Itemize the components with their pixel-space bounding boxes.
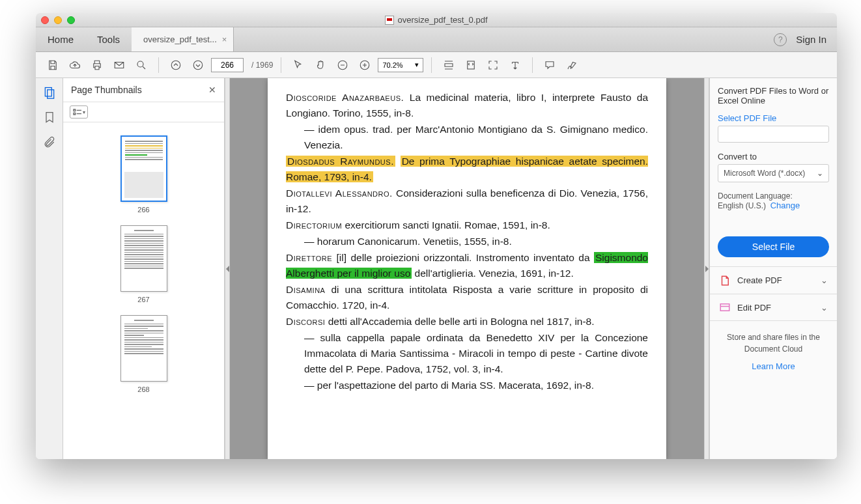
store-share-text: Store and share files in the Document Cl… [718,331,829,355]
thumbnail-label: 266 [120,206,167,214]
collapse-right-icon[interactable] [705,266,709,272]
edit-pdf-label: Edit PDF [737,303,771,313]
fit-page-icon[interactable] [462,56,480,74]
sign-in-button[interactable]: Sign In [796,34,826,45]
tab-close-icon[interactable]: × [222,35,227,44]
change-language-link[interactable]: Change [770,201,800,210]
left-rail [36,78,63,459]
entry-text: — per l'aspettazione del parto di Maria … [286,378,648,393]
tab-bar: Home Tools oversize_pdf_test... × ? Sign… [36,27,837,52]
thumbnail-label: 268 [120,385,167,393]
comment-icon[interactable] [541,56,559,74]
pdf-icon [385,16,394,25]
entry-text: detti all'Accademia delle belle arti in … [325,316,594,327]
save-icon[interactable] [44,56,62,74]
svg-point-1 [171,61,180,70]
cloud-icon[interactable] [66,56,84,74]
close-panel-icon[interactable]: ✕ [208,85,216,95]
entry-text: dell'artiglieria. Venezia, 1691, in-12. [412,268,574,279]
svg-rect-6 [45,88,51,96]
zoom-out-icon[interactable] [333,56,352,74]
convert-format-select[interactable]: Microsoft Word (*.docx)⌄ [718,164,829,182]
svg-point-0 [137,61,143,67]
search-icon[interactable] [132,56,150,74]
chevron-down-icon: ⌄ [821,303,828,313]
convert-heading: Convert PDF Files to Word or Excel Onlin… [718,86,829,105]
create-pdf-icon [719,275,731,287]
page-content: Dioscoride Anazarbaeus. La medicinal mat… [268,78,666,459]
document-view[interactable]: Dioscoride Anazarbaeus. La medicinal mat… [230,78,704,459]
scroll-icon[interactable] [506,56,524,74]
svg-point-2 [193,61,203,70]
entry-heading: Discorsi [286,316,325,327]
left-divider[interactable] [225,78,230,459]
edit-pdf-row[interactable]: Edit PDF ⌄ [710,294,837,321]
convert-format-value: Microsoft Word (*.docx) [724,169,805,178]
convert-to-label: Convert to [718,152,829,161]
help-icon[interactable]: ? [774,33,787,46]
edit-pdf-icon [719,301,731,313]
thumbnails-panel: Page Thumbnails ✕ ▾ 266 267 268 [63,78,225,459]
tools-panel: Convert PDF Files to Word or Excel Onlin… [709,78,837,459]
page-number-input[interactable] [211,58,244,72]
zoom-value: 70.2% [382,61,402,69]
thumbnails-title: Page Thumbnails [71,85,142,95]
select-file-button[interactable]: Select File [718,236,829,257]
entry-heading: Diotallevi Alessandro. [286,188,393,199]
tab-home[interactable]: Home [36,27,85,51]
hand-tool-icon[interactable] [311,56,330,74]
toolbar: / 1969 70.2%▾ [36,52,837,78]
thumbnail-268[interactable]: 268 [120,315,167,393]
entry-text: — horarum Canonicarum. Venetiis, 1555, i… [286,234,648,249]
pdf-file-field[interactable] [718,126,829,143]
select-tool-icon[interactable] [289,56,307,74]
chevron-down-icon: ⌄ [821,275,828,285]
doc-language-value: English (U.S.) [718,201,766,210]
thumbnail-options-button[interactable]: ▾ [70,105,88,119]
window-title: oversize_pdf_test_0.pdf [397,15,487,25]
thumbnail-list[interactable]: 266 267 268 [63,122,224,459]
bookmark-icon[interactable] [43,111,56,124]
entry-text: [il] delle proiezioni orizzontali. Instr… [332,252,594,263]
sign-icon[interactable] [563,56,581,74]
attachment-icon[interactable] [43,135,56,148]
create-pdf-row[interactable]: Create PDF ⌄ [710,266,837,294]
entry-heading: Direttore [286,252,332,263]
chevron-down-icon: ⌄ [817,169,823,178]
page-down-icon[interactable] [189,56,207,74]
tab-document-label: oversize_pdf_test... [143,35,217,44]
create-pdf-label: Create PDF [737,275,782,285]
entry-text: exercitiorum sancti Ignatii. Romae, 1591… [342,219,550,231]
print-icon[interactable] [88,56,106,74]
zoom-select[interactable]: 70.2%▾ [378,58,423,72]
svg-rect-7 [47,90,53,98]
chevron-down-icon: ▾ [415,61,419,69]
entry-heading: Dioscoride Anazarbaeus. [286,92,404,103]
highlight-yellow[interactable]: Diosdadus Raymundus. [286,156,395,167]
svg-rect-8 [720,304,729,311]
entry-heading: Directorium [286,219,342,231]
fullscreen-icon[interactable] [484,56,502,74]
entry-heading: Disamina [286,284,325,295]
fit-width-icon[interactable] [440,56,458,74]
page-total: / 1969 [251,61,273,70]
thumbnail-266[interactable]: 266 [120,135,167,214]
right-divider[interactable] [704,78,709,459]
tab-tools[interactable]: Tools [85,27,132,51]
thumbnail-267[interactable]: 267 [120,225,167,303]
collapse-left-icon[interactable] [226,266,229,272]
email-icon[interactable] [110,56,128,74]
thumbnails-icon[interactable] [43,86,56,99]
tab-document[interactable]: oversize_pdf_test... × [132,27,234,51]
titlebar: oversize_pdf_test_0.pdf [36,13,837,27]
thumbnail-label: 267 [120,296,167,303]
entry-text: — idem opus. trad. per Marc'Antonio Mont… [286,122,648,153]
learn-more-link[interactable]: Learn More [752,361,795,371]
doc-language-label: Document Language: [718,191,793,201]
entry-text: — sulla cappella papale ordinata da Bene… [286,330,648,377]
page-up-icon[interactable] [167,56,185,74]
svg-rect-5 [468,61,475,69]
select-pdf-link[interactable]: Select PDF File [718,113,829,123]
entry-text: di una scrittura intitolata Risposta a v… [286,284,648,311]
zoom-in-icon[interactable] [356,56,374,74]
